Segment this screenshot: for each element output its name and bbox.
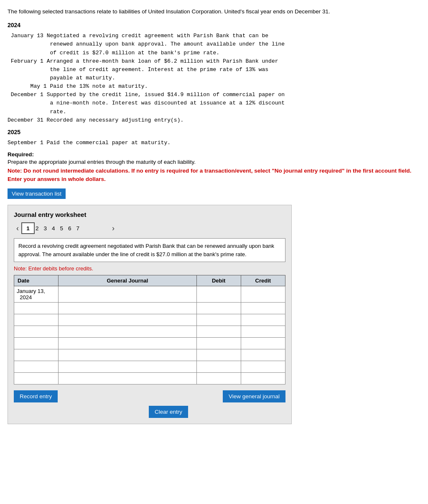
debit-input-2[interactable] — [199, 304, 238, 311]
credit-cell-5[interactable] — [241, 338, 285, 349]
required-label: Required: — [8, 151, 420, 158]
credit-cell-1[interactable] — [241, 286, 285, 303]
credit-input-6[interactable] — [244, 351, 283, 357]
debit-cell-8[interactable] — [196, 373, 241, 384]
entry-note: Note: Enter debits before credits. — [14, 265, 285, 272]
table-row — [14, 361, 285, 373]
journal-table: Date General Journal Debit Credit Januar… — [14, 275, 285, 384]
table-row — [14, 338, 285, 349]
debit-cell-6[interactable] — [196, 349, 241, 361]
gj-cell-3[interactable] — [59, 314, 196, 326]
table-row — [14, 349, 285, 361]
credit-input-5[interactable] — [244, 339, 283, 346]
worksheet-title: Journal entry worksheet — [14, 211, 285, 218]
gj-input-6[interactable] — [61, 351, 194, 357]
credit-cell-6[interactable] — [241, 349, 285, 361]
record-entry-button[interactable]: Record entry — [14, 390, 58, 402]
tab-1[interactable]: 1 — [21, 222, 35, 234]
debit-input-6[interactable] — [199, 351, 238, 357]
tab-7[interactable]: 7 — [76, 225, 80, 232]
tab-4[interactable]: 4 — [52, 225, 55, 232]
gj-input-7[interactable] — [61, 363, 194, 369]
debit-input-7[interactable] — [199, 363, 238, 369]
gj-cell-2[interactable] — [59, 303, 196, 314]
debit-input-1[interactable] — [199, 288, 238, 294]
required-normal-text: Prepare the appropriate journal entries … — [8, 159, 420, 165]
tab-2[interactable]: 2 — [36, 225, 39, 232]
date-cell-8 — [14, 373, 59, 384]
debit-cell-1[interactable] — [196, 286, 241, 303]
gj-cell-5[interactable] — [59, 338, 196, 349]
date-cell-2 — [14, 303, 59, 314]
table-row — [14, 373, 285, 384]
debit-input-5[interactable] — [199, 339, 238, 346]
tab-6[interactable]: 6 — [68, 225, 71, 232]
view-general-journal-button[interactable]: View general journal — [223, 390, 285, 402]
debit-cell-3[interactable] — [196, 314, 241, 326]
credit-cell-4[interactable] — [241, 326, 285, 338]
credit-input-7[interactable] — [244, 363, 283, 369]
col-header-date: Date — [14, 275, 59, 286]
date-cell-3 — [14, 314, 59, 326]
gj-cell-6[interactable] — [59, 349, 196, 361]
gj-input-1[interactable] — [61, 288, 194, 294]
gj-input-2[interactable] — [61, 304, 194, 311]
table-row: January 13, 2024 — [14, 286, 285, 303]
credit-cell-8[interactable] — [241, 373, 285, 384]
row1-buttons: Record entry View general journal — [14, 390, 285, 402]
credit-cell-3[interactable] — [241, 314, 285, 326]
tab-prev-arrow[interactable]: ‹ — [14, 223, 21, 234]
transactions-2024: January 13 Negotiated a revolving credit… — [8, 32, 420, 125]
date-cell-5 — [14, 338, 59, 349]
debit-cell-4[interactable] — [196, 326, 241, 338]
date-cell-6 — [14, 349, 59, 361]
col-header-credit: Credit — [241, 275, 285, 286]
date-cell-7 — [14, 361, 59, 373]
tabs-row: ‹ 1 2 3 4 5 6 7 › — [14, 222, 285, 234]
required-red-text: Note: Do not round intermediate calculat… — [8, 167, 420, 184]
date-cell-1: January 13, 2024 — [14, 286, 59, 303]
debit-cell-2[interactable] — [196, 303, 241, 314]
gj-input-4[interactable] — [61, 328, 194, 334]
tab-3[interactable]: 3 — [44, 225, 47, 232]
gj-cell-8[interactable] — [59, 373, 196, 384]
journal-entry-worksheet: Journal entry worksheet ‹ 1 2 3 4 5 6 7 … — [8, 205, 292, 424]
tab-next-arrow[interactable]: › — [110, 223, 117, 234]
row2-buttons: Clear entry — [14, 406, 285, 418]
table-row — [14, 314, 285, 326]
debit-cell-5[interactable] — [196, 338, 241, 349]
gj-cell-4[interactable] — [59, 326, 196, 338]
date-cell-4 — [14, 326, 59, 338]
gj-cell-7[interactable] — [59, 361, 196, 373]
transactions-2025: September 1 Paid the commercial paper at… — [8, 139, 420, 147]
col-header-debit: Debit — [196, 275, 241, 286]
year-2024-heading: 2024 — [8, 22, 420, 28]
credit-input-1[interactable] — [244, 288, 283, 294]
table-row — [14, 303, 285, 314]
debit-input-8[interactable] — [199, 374, 238, 381]
credit-input-4[interactable] — [244, 328, 283, 334]
entry-description: Record a revolving credit agreement nego… — [14, 238, 285, 262]
intro-text: The following selected transactions rela… — [8, 8, 420, 16]
gj-input-8[interactable] — [61, 374, 194, 381]
clear-entry-button[interactable]: Clear entry — [149, 406, 188, 418]
gj-input-5[interactable] — [61, 339, 194, 346]
required-section: Required: Prepare the appropriate journa… — [8, 151, 420, 184]
view-transaction-list-button[interactable]: View transaction list — [8, 188, 66, 199]
gj-cell-1[interactable] — [59, 286, 196, 303]
tab-5[interactable]: 5 — [60, 225, 64, 232]
debit-cell-7[interactable] — [196, 361, 241, 373]
year-2025-heading: 2025 — [8, 129, 420, 135]
credit-input-8[interactable] — [244, 374, 283, 381]
gj-input-3[interactable] — [61, 316, 194, 322]
debit-input-3[interactable] — [199, 316, 238, 322]
credit-cell-2[interactable] — [241, 303, 285, 314]
table-row — [14, 326, 285, 338]
debit-input-4[interactable] — [199, 328, 238, 334]
bottom-buttons-area: Record entry View general journal Clear … — [14, 390, 285, 418]
col-header-gj: General Journal — [59, 275, 196, 286]
credit-input-2[interactable] — [244, 304, 283, 311]
credit-cell-7[interactable] — [241, 361, 285, 373]
credit-input-3[interactable] — [244, 316, 283, 322]
